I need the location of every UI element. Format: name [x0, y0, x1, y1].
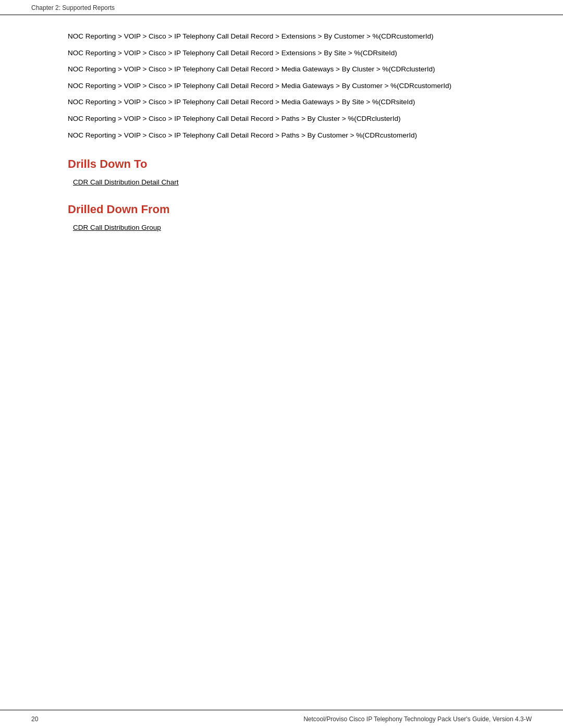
breadcrumb-item: NOC Reporting > VOIP > Cisco > IP Teleph… — [68, 113, 495, 125]
breadcrumb-item: NOC Reporting > VOIP > Cisco > IP Teleph… — [68, 96, 495, 108]
drills-down-to-link[interactable]: CDR Call Distribution Detail Chart — [73, 178, 495, 186]
drilled-down-from-link[interactable]: CDR Call Distribution Group — [73, 224, 495, 231]
breadcrumb-item: NOC Reporting > VOIP > Cisco > IP Teleph… — [68, 31, 495, 42]
chapter-label: Chapter 2: Supported Reports — [31, 4, 115, 11]
drills-down-to-heading: Drills Down To — [68, 157, 495, 171]
breadcrumb-list: NOC Reporting > VOIP > Cisco > IP Teleph… — [68, 31, 495, 141]
footer-page-number: 20 — [31, 715, 38, 723]
footer-title: Netcool/Proviso Cisco IP Telephony Techn… — [303, 715, 532, 723]
footer-bar: 20 Netcool/Proviso Cisco IP Telephony Te… — [0, 710, 563, 728]
breadcrumb-item: NOC Reporting > VOIP > Cisco > IP Teleph… — [68, 64, 495, 75]
drilled-down-from-heading: Drilled Down From — [68, 203, 495, 216]
drilled-down-from-links: CDR Call Distribution Group — [68, 224, 495, 231]
page-container: Chapter 2: Supported Reports NOC Reporti… — [0, 0, 563, 728]
breadcrumb-item: NOC Reporting > VOIP > Cisco > IP Teleph… — [68, 47, 495, 59]
drills-down-to-links: CDR Call Distribution Detail Chart — [68, 178, 495, 186]
main-content: NOC Reporting > VOIP > Cisco > IP Teleph… — [0, 15, 563, 276]
breadcrumb-item: NOC Reporting > VOIP > Cisco > IP Teleph… — [68, 130, 495, 141]
header-bar: Chapter 2: Supported Reports — [0, 0, 563, 15]
breadcrumb-item: NOC Reporting > VOIP > Cisco > IP Teleph… — [68, 80, 495, 92]
